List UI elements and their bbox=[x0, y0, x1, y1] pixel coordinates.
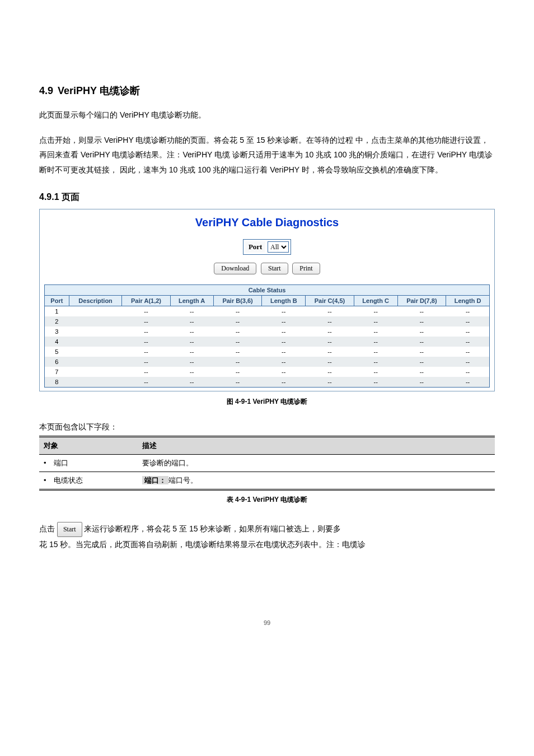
table-header-row: Port Description Pair A(1,2) Length A Pa… bbox=[45, 296, 490, 306]
section-number: 4.9 bbox=[39, 85, 53, 96]
print-button[interactable]: Print bbox=[292, 263, 320, 274]
table-row: 7---------------- bbox=[45, 367, 490, 377]
download-button[interactable]: Download bbox=[214, 263, 256, 274]
table-title: Cable Status bbox=[45, 285, 490, 296]
obj-head-desc: 描述 bbox=[138, 437, 495, 455]
obj-desc-1: 要诊断的端口。 bbox=[138, 455, 495, 472]
veriphy-panel: VeriPHY Cable Diagnostics Port All Downl… bbox=[39, 209, 495, 391]
table-row: 8---------------- bbox=[45, 377, 490, 388]
table-row: 4---------------- bbox=[45, 337, 490, 347]
subsection-heading: 4.9.1 页面 bbox=[39, 192, 495, 203]
port-selector-box: Port All bbox=[243, 239, 291, 255]
object-table: 对象 描述 •端口 要诊断的端口。 •电缆状态 端口：端口号。 bbox=[39, 436, 495, 491]
intro-2: 点击开始，则显示 VeriPHY 电缆诊断功能的页面。将会花 5 至 15 秒来… bbox=[39, 133, 495, 178]
section-heading: 4.9VeriPHY 电缆诊断 bbox=[39, 84, 495, 97]
port-label: Port bbox=[245, 241, 266, 253]
table-row: 2---------------- bbox=[45, 316, 490, 326]
panel-title: VeriPHY Cable Diagnostics bbox=[44, 216, 490, 229]
port-select[interactable]: All bbox=[268, 241, 289, 253]
cable-status-table: Cable Status Port Description Pair A(1,2… bbox=[44, 284, 490, 388]
section-title: VeriPHY 电缆诊断 bbox=[58, 85, 140, 96]
obj-desc-2: 端口：端口号。 bbox=[138, 472, 495, 490]
obj-row-2: •电缆状态 bbox=[39, 472, 138, 490]
obj-head-object: 对象 bbox=[39, 437, 138, 455]
page-number: 99 bbox=[39, 619, 495, 626]
table-caption: 表 4-9-1 VeriPHY 电缆诊断 bbox=[39, 495, 495, 505]
table-row: 6---------------- bbox=[45, 357, 490, 367]
table-row: 1---------------- bbox=[45, 306, 490, 317]
obj-row-1: •端口 bbox=[39, 455, 138, 472]
start-button[interactable]: Start bbox=[261, 263, 288, 274]
table-row: 3---------------- bbox=[45, 326, 490, 337]
start-button-inline[interactable]: Start bbox=[57, 522, 82, 537]
table-row: 5---------------- bbox=[45, 347, 490, 357]
below-text: 点击 Start 来运行诊断程序，将会花 5 至 15 秒来诊断，如果所有端口被… bbox=[39, 521, 495, 552]
intro-1: 此页面显示每个端口的 VeriPHY 电缆诊断功能。 bbox=[39, 108, 495, 123]
fields-intro: 本页面包含以下字段： bbox=[39, 422, 495, 432]
figure-caption: 图 4-9-1 VeriPHY 电缆诊断 bbox=[39, 397, 495, 407]
